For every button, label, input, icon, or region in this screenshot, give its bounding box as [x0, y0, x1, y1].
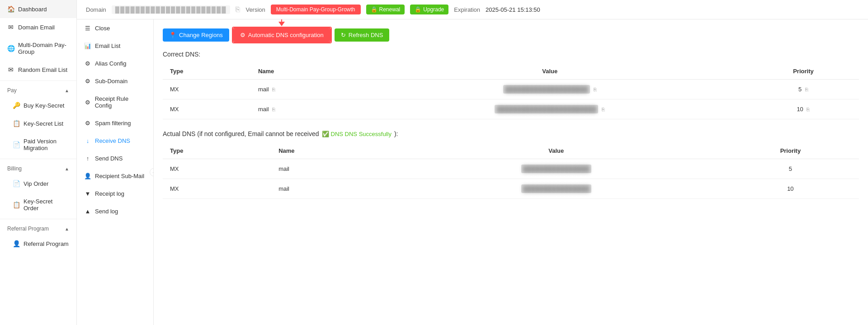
copy-value-icon-2[interactable]: ⎘ [602, 107, 605, 112]
sidebar-item-domain-email[interactable]: ✉ Domain Email [0, 18, 76, 36]
send-log-icon: ▲ [84, 208, 91, 215]
sub-sidebar-label-receipt-rule: Receipt Rule Config [95, 95, 146, 109]
correct-dns-row-1: MX mail ⎘ ████████████████████ ⎘ 5 ⎘ [163, 80, 859, 99]
action-bar: 📍 Change Regions ⚙ Automatic DNS configu… [163, 28, 859, 42]
sidebar-item-key-secret-list[interactable]: 📋 Key-Secret List [0, 114, 76, 132]
correct-dns-table: Type Name Value Priority MX mail ⎘ █████… [163, 63, 859, 119]
actual-dns-row2-value: ████████████████ [391, 179, 722, 199]
copy-priority-icon-2[interactable]: ⎘ [807, 107, 810, 112]
upgrade-label: Upgrade [423, 6, 444, 13]
sub-sidebar-item-receipt-rule[interactable]: ⚙ Receipt Rule Config [77, 90, 153, 114]
actual-dns-suffix: ): [394, 130, 398, 137]
sub-sidebar-label-recipient-sub-mail: Recipient Sub-Mail [95, 173, 144, 179]
sub-sidebar-label-alias-config: Alias Config [95, 60, 126, 67]
sub-sidebar-item-alias-config[interactable]: ⚙ Alias Config [77, 55, 153, 72]
correct-dns-row1-name: mail ⎘ [251, 80, 352, 99]
copy-priority-icon-1[interactable]: ⎘ [805, 87, 808, 92]
correct-dns-col-priority: Priority [748, 63, 859, 80]
check-circle-icon: ✅ [322, 131, 329, 137]
sub-sidebar-label-receive-dns: Receive DNS [95, 137, 130, 144]
referral-arrow-icon: ▲ [65, 226, 69, 231]
key-secret-list-icon: 📋 [13, 120, 20, 127]
billing-arrow-icon: ▲ [65, 166, 69, 171]
refresh-dns-button[interactable]: ↻ Refresh DNS [335, 28, 390, 42]
send-dns-icon: ↑ [84, 155, 91, 162]
correct-dns-row2-priority: 10 ⎘ [748, 99, 859, 119]
sub-sidebar-label-receipt-log: Receipt log [95, 190, 124, 197]
sub-sidebar-item-recipient-sub-mail[interactable]: 👤 Recipient Sub-Mail [77, 167, 153, 185]
actual-dns-row2-type: MX [163, 179, 271, 199]
correct-dns-row2-type: MX [163, 99, 251, 119]
correct-dns-title: Correct DNS: [163, 51, 859, 58]
sidebar-item-referral-program[interactable]: 👤 Referral Program [0, 235, 76, 253]
renewal-button[interactable]: 🔒 Renewal [366, 5, 405, 14]
dns-status-badge: ✅ DNS DNS Successfully [322, 131, 392, 137]
actual-dns-col-value: Value [391, 143, 722, 159]
sidebar-label-random-email: Random Email List [18, 66, 67, 73]
sub-sidebar-item-receipt-log[interactable]: ▼ Receipt log [77, 185, 153, 203]
auto-dns-button[interactable]: ⚙ Automatic DNS configuration [234, 28, 330, 42]
arrow-head [278, 22, 285, 26]
sub-sidebar-label-sub-domain: Sub-Domain [95, 78, 127, 85]
sidebar-item-dashboard[interactable]: 🏠 Dashboard [0, 0, 76, 18]
domain-email-icon: ✉ [7, 24, 14, 31]
key-secret-order-icon: 📋 [13, 201, 20, 208]
alias-config-icon: ⚙ [84, 60, 91, 67]
sidebar-label-multi-domain: Multi-Domain Pay-Group [18, 42, 69, 55]
sub-sidebar-item-spam-filtering[interactable]: ⚙ Spam filtering [77, 114, 153, 132]
actual-dns-section: Actual DNS (if not configured, Email can… [163, 130, 859, 199]
sidebar-label-paid-version: Paid Version Migration [24, 138, 69, 151]
correct-dns-row2-value: ████████████████████████ ⎘ [352, 99, 748, 119]
actual-dns-row-2: MX mail ████████████████ 10 [163, 179, 859, 199]
sidebar-section-referral: Referral Program ▲ [0, 221, 76, 235]
correct-dns-col-value: Value [352, 63, 748, 80]
copy-icon-1[interactable]: ⎘ [272, 87, 275, 92]
copy-domain-icon[interactable]: ⎘ [236, 5, 240, 14]
vip-order-icon: 📄 [13, 180, 20, 187]
sidebar-label-key-secret-order: Key-Secret Order [24, 198, 69, 212]
correct-dns-row1-priority: 5 ⎘ [748, 80, 859, 99]
sub-sidebar-item-close[interactable]: ☰ Close [77, 19, 153, 37]
sidebar-item-buy-key-secret[interactable]: 🔑 Buy Key-Secret [0, 96, 76, 114]
sub-sidebar-item-send-log[interactable]: ▲ Send log [77, 203, 153, 220]
sidebar-item-paid-version[interactable]: 📄 Paid Version Migration [0, 132, 76, 157]
change-regions-label: Change Regions [179, 32, 223, 38]
divider-billing [0, 159, 76, 159]
correct-dns-col-type: Type [163, 63, 251, 80]
refresh-dns-label: Refresh DNS [349, 32, 383, 38]
renewal-label: Renewal [379, 6, 401, 13]
receipt-log-icon: ▼ [84, 190, 91, 197]
refresh-icon: ↻ [341, 32, 346, 38]
change-regions-button[interactable]: 📍 Change Regions [163, 28, 229, 42]
sub-sidebar-item-sub-domain[interactable]: ⚙ Sub-Domain [77, 72, 153, 90]
copy-icon-2[interactable]: ⎘ [272, 107, 275, 112]
arrow-line [281, 19, 282, 22]
spam-filtering-icon: ⚙ [84, 120, 91, 127]
actual-dns-row1-type: MX [163, 159, 271, 179]
header-bar: Domain ██████████████████████ ⎘ Version … [77, 0, 868, 19]
sidebar-item-vip-order[interactable]: 📄 Vip Order [0, 174, 76, 193]
sub-sidebar-label-send-log: Send log [95, 208, 118, 215]
pay-section-label: Pay [7, 87, 17, 94]
sub-sidebar-item-receive-dns[interactable]: ↓ Receive DNS [77, 132, 153, 150]
sidebar-item-multi-domain[interactable]: 🌐 Multi-Domain Pay-Group [0, 36, 76, 61]
sidebar-item-random-email[interactable]: ✉ Random Email List [0, 61, 76, 79]
sub-sidebar-item-email-list[interactable]: 📊 Email List [77, 37, 153, 55]
correct-dns-section: Correct DNS: Type Name Value Priority MX [163, 51, 859, 119]
sub-sidebar-label-email-list: Email List [95, 42, 120, 49]
actual-dns-table: Type Name Value Priority MX mail ███████… [163, 143, 859, 199]
copy-value-icon-1[interactable]: ⎘ [594, 87, 597, 92]
upgrade-lock-icon: 🔒 [415, 6, 421, 13]
main-sidebar: 🏠 Dashboard ✉ Domain Email 🌐 Multi-Domai… [0, 0, 77, 325]
version-button[interactable]: Multi-Domain Pay-Group-Growth [271, 5, 361, 14]
content-area: ‹ ☰ Close 📊 Email List ⚙ Alias Config ⚙ … [77, 19, 868, 325]
sidebar-section-pay: Pay ▲ [0, 83, 76, 96]
divider-referral [0, 219, 76, 219]
sub-sidebar: ‹ ☰ Close 📊 Email List ⚙ Alias Config ⚙ … [77, 19, 154, 325]
upgrade-button[interactable]: 🔒 Upgrade [410, 5, 448, 14]
sidebar-item-key-secret-order[interactable]: 📋 Key-Secret Order [0, 193, 76, 217]
divider-pay [0, 80, 76, 81]
actual-dns-title: Actual DNS (if not configured, Email can… [163, 130, 859, 137]
sub-sidebar-item-send-dns[interactable]: ↑ Send DNS [77, 150, 153, 167]
pay-arrow-icon: ▲ [65, 88, 69, 93]
